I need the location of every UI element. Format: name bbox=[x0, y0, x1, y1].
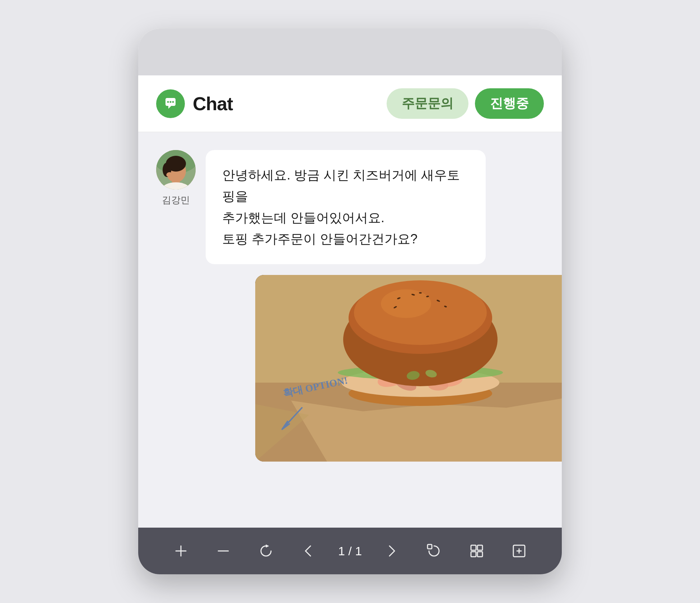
burger-image: 확대 OPTION! bbox=[255, 275, 562, 462]
zoom-in-button[interactable] bbox=[168, 538, 193, 564]
in-progress-button[interactable]: 진행중 bbox=[475, 88, 544, 119]
rotate-button[interactable] bbox=[421, 538, 447, 564]
refresh-icon bbox=[257, 542, 275, 560]
header-buttons: 주문문의 진행중 bbox=[387, 88, 544, 119]
svg-rect-41 bbox=[428, 544, 432, 549]
fit-icon bbox=[510, 542, 528, 560]
chat-icon-circle bbox=[156, 89, 185, 118]
bottom-toolbar: 1 / 1 bbox=[138, 528, 562, 574]
device-frame: Chat 주문문의 진행중 bbox=[138, 29, 562, 574]
svg-point-28 bbox=[381, 289, 431, 318]
message-text-line3: 토핑 추가주문이 안들어간건가요? bbox=[222, 228, 469, 249]
burger-svg bbox=[255, 275, 562, 462]
avatar bbox=[156, 150, 196, 190]
chat-content: 김강민 안녕하세요. 방금 시킨 치즈버거에 새우토핑을 추가했는데 안들어있어… bbox=[138, 132, 562, 528]
svg-rect-44 bbox=[471, 552, 476, 557]
rotate-icon bbox=[425, 542, 443, 560]
message-row: 김강민 안녕하세요. 방금 시킨 치즈버거에 새우토핑을 추가했는데 안들어있어… bbox=[156, 150, 544, 264]
header-title: Chat bbox=[193, 93, 233, 114]
page-info: 1 / 1 bbox=[338, 544, 362, 558]
sender-name: 김강민 bbox=[162, 194, 190, 206]
message-text-line1: 안녕하세요. 방금 시킨 치즈버거에 새우토핑을 bbox=[222, 164, 469, 207]
avatar-col: 김강민 bbox=[156, 150, 196, 206]
top-bar bbox=[138, 29, 562, 75]
next-icon bbox=[383, 542, 400, 560]
svg-rect-42 bbox=[471, 545, 476, 550]
svg-rect-45 bbox=[477, 552, 482, 557]
image-container[interactable]: 확대 OPTION! bbox=[206, 275, 544, 462]
svg-point-0 bbox=[167, 101, 169, 103]
order-inquiry-button[interactable]: 주문문의 bbox=[387, 88, 468, 119]
next-page-button[interactable] bbox=[379, 538, 404, 564]
header-left: Chat bbox=[156, 89, 233, 118]
avatar-image bbox=[156, 150, 196, 190]
layout-button[interactable] bbox=[464, 538, 489, 564]
minus-icon bbox=[215, 542, 232, 560]
message-text-line2: 추가했는데 안들어있어서요. bbox=[222, 207, 469, 228]
svg-rect-43 bbox=[477, 545, 482, 550]
svg-point-2 bbox=[172, 101, 174, 103]
layout-icon bbox=[468, 542, 485, 560]
refresh-button[interactable] bbox=[253, 538, 279, 564]
prev-icon bbox=[300, 542, 317, 560]
zoom-out-button[interactable] bbox=[211, 538, 236, 564]
svg-marker-13 bbox=[291, 397, 562, 462]
fit-button[interactable] bbox=[507, 538, 532, 564]
plus-icon bbox=[172, 542, 190, 560]
prev-page-button[interactable] bbox=[296, 538, 321, 564]
chat-bubble-icon bbox=[163, 96, 178, 112]
message-bubble: 안녕하세요. 방금 시킨 치즈버거에 새우토핑을 추가했는데 안들어있어서요. … bbox=[206, 150, 486, 264]
svg-point-1 bbox=[170, 101, 172, 103]
header: Chat 주문문의 진행중 bbox=[138, 75, 562, 132]
